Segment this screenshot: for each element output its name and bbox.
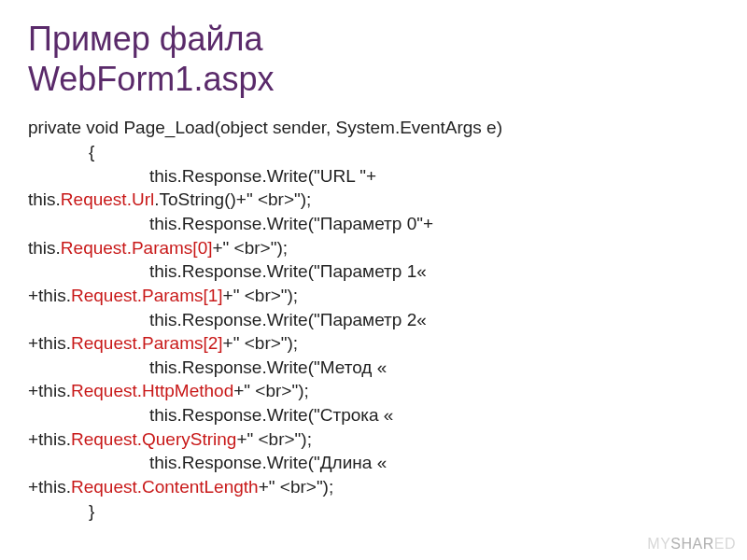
code-line: this.Response.Write("Длина « <box>28 451 719 475</box>
code-line: +this.Request.HttpMethod+" <br>"); <box>28 379 719 403</box>
code-line: this.Response.Write("URL "+ <box>28 164 719 189</box>
code-line: this.Response.Write("Параметр 1« <box>28 259 719 284</box>
code-line: this.Request.Params[0]+" <br>"); <box>28 236 719 260</box>
request-property: Request.Params[2] <box>71 333 223 353</box>
code-line: +this.Request.Params[1]+" <br>"); <box>28 284 719 308</box>
code-line: this.Response.Write("Параметр 2« <box>28 308 719 332</box>
code-signature: private void Page_Load(object sender, Sy… <box>28 116 719 140</box>
title-line-1: Пример файла <box>28 20 263 58</box>
request-property: Request.Params[0] <box>61 238 213 258</box>
request-property: Request.Params[1] <box>71 286 223 305</box>
code-line: this.Request.Url.ToString()+" <br>"); <box>28 188 719 212</box>
code-line: +this.Request.Params[2]+" <br>"); <box>28 331 719 356</box>
code-block: private void Page_Load(object sender, Sy… <box>28 116 719 523</box>
brace-close: } <box>28 499 719 524</box>
watermark: MYSHARED <box>647 536 736 553</box>
code-line: +this.Request.QueryString+" <br>"); <box>28 427 719 452</box>
slide-title: Пример файла WebForm1.aspx <box>28 19 719 99</box>
request-property: Request.QueryString <box>71 429 236 449</box>
code-line: this.Response.Write("Метод « <box>28 356 719 380</box>
code-line: this.Response.Write("Строка « <box>28 403 719 427</box>
code-line: +this.Request.ContentLength+" <br>"); <box>28 475 719 499</box>
request-property: Request.HttpMethod <box>71 381 233 400</box>
code-line: this.Response.Write("Параметр 0"+ <box>28 212 719 236</box>
brace-open: { <box>28 140 719 164</box>
request-property: Request.ContentLength <box>71 477 259 497</box>
request-property: Request.Url <box>61 189 154 209</box>
title-line-2: WebForm1.aspx <box>28 60 274 98</box>
